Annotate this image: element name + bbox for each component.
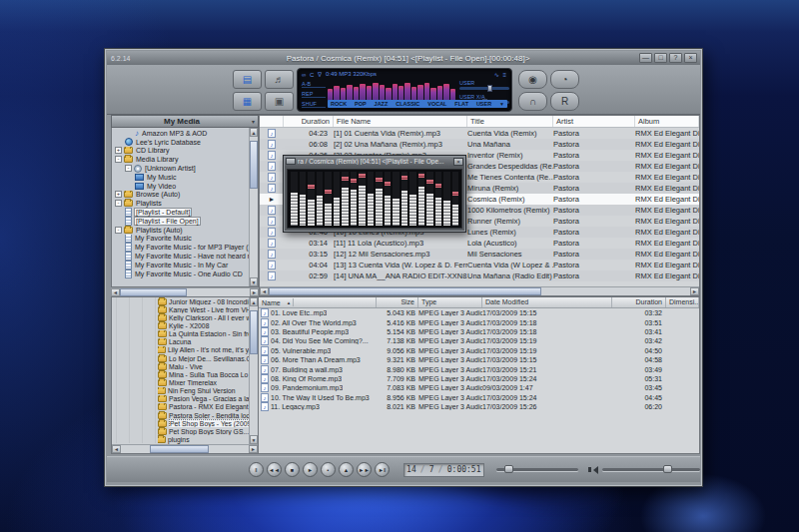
preset-pop[interactable]: POP (355, 101, 367, 107)
eject-button[interactable]: ▲ (339, 462, 354, 477)
file-column-header-name[interactable]: Name▴ (259, 297, 377, 307)
sidebar-item[interactable]: [Playlist - Default] (112, 208, 249, 217)
file-column-header-dimensi[interactable]: Dimensi... (666, 297, 699, 307)
equalizer-button[interactable]: ◉ (518, 70, 547, 89)
tree-expander-icon[interactable]: - (115, 156, 122, 163)
scroll-thumb[interactable] (150, 445, 208, 453)
sidebar-item[interactable]: -[Unknown Artist] (112, 164, 249, 173)
lcd-mode-label[interactable]: SHUF (302, 101, 326, 108)
track-row[interactable]: ♪04:23[1] 01 Cuenta Vida (Remix).mp3Cuen… (260, 128, 699, 139)
column-header-icon[interactable] (260, 116, 284, 127)
file-row[interactable]: ♪09. Pandemonium.mp37.083 KBMPEG Layer 3… (259, 383, 699, 392)
scroll-thumb[interactable] (269, 287, 541, 295)
headphone-button[interactable]: ∩ (518, 92, 547, 111)
folder-item[interactable]: Kylie - X2008 (158, 321, 249, 329)
playlist-hscrollbar[interactable]: ◄ ► (260, 286, 699, 295)
title-bar[interactable]: 6.2.14 Pastora / Cosmica (Remix) [04:51]… (107, 51, 700, 65)
fast-forward-button[interactable]: ►► (357, 462, 372, 477)
lcd-right-icons[interactable]: ∿ ≡ (477, 71, 507, 79)
preset-flat[interactable]: FLAT (454, 101, 468, 107)
folder-item[interactable]: Lo Mejor De... Sevillanas.Co... (158, 354, 249, 362)
maximize-button[interactable]: □ (654, 53, 667, 63)
sidebar-item[interactable]: My Favorite Music - Have not heard re... (112, 252, 249, 261)
folder-item[interactable]: Pastora Soler - Bendita loc... (158, 411, 249, 419)
seek-thumb[interactable] (504, 465, 513, 473)
sidebar-item[interactable]: -Playlists (Auto) (112, 226, 249, 235)
tree-expander-icon[interactable]: + (115, 191, 122, 198)
sidebar-item[interactable]: Lee's Lyric Database (112, 138, 249, 147)
tree-expander-icon[interactable]: - (125, 165, 132, 172)
volume-slider[interactable] (602, 468, 700, 471)
stop-button[interactable]: ■ (285, 462, 300, 477)
preset-jazz[interactable]: JAZZ (375, 101, 389, 107)
folder-item[interactable]: Pet Shop Boys Story GS... (158, 427, 249, 435)
folder-item[interactable]: Pet Shop Boys - Yes (2009... (158, 419, 249, 427)
timer-button[interactable]: ◔ (550, 70, 579, 89)
scroll-right-icon[interactable]: ► (690, 287, 699, 295)
file-column-header-type[interactable]: Type (418, 297, 482, 307)
sidebar-item[interactable]: My Video (112, 182, 249, 191)
media-header[interactable]: My Media ▾ (111, 115, 259, 128)
folder-item[interactable]: Pastora - RMX Ed Elegant D... (158, 403, 249, 411)
folder-item[interactable]: Lacuna (158, 338, 249, 346)
media-tree-vscrollbar[interactable]: ▲ ▼ (249, 128, 258, 286)
sidebar-item[interactable]: +CD Library (112, 147, 249, 156)
record-button[interactable]: R (550, 92, 579, 111)
scroll-down-icon[interactable]: ▼ (250, 435, 258, 444)
sidebar-item[interactable]: [Playlist - File Open] (112, 217, 249, 226)
minimize-button[interactable]: — (639, 53, 652, 63)
media-header-menu-icon[interactable]: ▾ (252, 118, 258, 125)
track-row[interactable]: ♪03:15[12] 12 Mil Sensaciones.mp3Mil Sen… (260, 249, 699, 260)
file-row[interactable]: ♪07. Building a wall.mp38.980 KBMPEG Lay… (259, 364, 699, 373)
file-row[interactable]: ♪04. Did You See Me Coming?...7.138 KBMP… (259, 336, 699, 345)
pause-button[interactable]: ‖ (249, 462, 264, 477)
spectrum-window-close-icon[interactable]: × (453, 158, 463, 166)
file-column-header-datemodified[interactable]: Date Modified (482, 297, 612, 307)
file-column-header-duration[interactable]: Duration (612, 297, 666, 307)
sidebar-item[interactable]: -Playlists (112, 199, 249, 208)
scroll-left-icon[interactable]: ◄ (112, 445, 121, 453)
play-button[interactable]: ► (303, 462, 318, 477)
tree-expander-icon[interactable]: + (115, 147, 122, 154)
folder-item[interactable]: +Lily Allen - It's not me, it's y... (158, 346, 249, 354)
scroll-right-icon[interactable]: ► (249, 445, 258, 453)
preset-vocal[interactable]: VOCAL (427, 101, 446, 107)
scroll-up-icon[interactable]: ▲ (250, 297, 258, 306)
file-row[interactable]: ♪05. Vulnerable.mp39.056 KBMPEG Layer 3 … (259, 346, 699, 355)
folder-item[interactable]: Junior Miguez - 08 Incondicional (158, 297, 249, 305)
rewind-button[interactable]: ◄◄ (267, 462, 282, 477)
media-center-button[interactable]: ▤ (233, 70, 262, 89)
folder-item[interactable]: Kanye West - Live from VH1 (158, 305, 249, 313)
column-header-Title[interactable]: Title (467, 116, 553, 127)
sidebar-item[interactable]: My Favorite Music - for MP3 Player (128.… (112, 243, 249, 252)
scroll-up-icon[interactable]: ▲ (250, 128, 258, 137)
folder-item[interactable]: +plugins (158, 435, 249, 443)
scroll-thumb[interactable] (120, 288, 187, 296)
spectrum-window[interactable]: ra / Cosmica (Remix) [04:51] <[Playlist … (283, 155, 466, 233)
file-row[interactable]: ♪01. Love Etc..mp35.043 KBMPEG Layer 3 A… (259, 308, 699, 317)
scroll-thumb[interactable] (250, 310, 258, 354)
folder-tree-vscrollbar[interactable]: ▲ ▼ (249, 297, 258, 444)
sidebar-item[interactable]: My Favorite Music - One Audio CD (112, 269, 249, 278)
folder-item[interactable]: +Nin Feng Shui Version (158, 387, 249, 395)
tree-expander-icon[interactable]: - (115, 200, 122, 207)
scroll-left-icon[interactable]: ◄ (111, 288, 120, 296)
folder-item[interactable]: Mixer Timerelax (158, 378, 249, 386)
remote-button[interactable]: ▣ (265, 92, 294, 111)
sidebar-item[interactable]: ♪Amazon MP3 & AOD (112, 129, 249, 138)
visualization-button[interactable]: ▦ (233, 92, 262, 111)
folder-item[interactable]: Mina - Sulla Tua Bocca Lo D... (158, 370, 249, 378)
file-column-header-size[interactable]: Size (377, 297, 418, 307)
file-row[interactable]: ♪02. All Over The World.mp35.416 KBMPEG … (259, 317, 699, 326)
file-row[interactable]: ♪10. The Way It Used To Be.mp38.956 KBMP… (259, 393, 699, 402)
file-row[interactable]: ♪08. King Of Rome.mp37.709 KBMPEG Layer … (259, 374, 699, 383)
column-header-Artist[interactable]: Artist (553, 116, 635, 127)
track-row[interactable]: ♪02:59[14] UNA MA__ANA RADIO EDIT-XXN8.m… (260, 270, 699, 281)
preset-user[interactable]: USER (476, 101, 491, 107)
lcd-mode-label[interactable]: A-B (302, 81, 326, 88)
record-button[interactable]: ▪ (321, 462, 336, 477)
sidebar-item[interactable]: -Media Library (112, 155, 249, 164)
preset-classic[interactable]: CLASSIC (396, 101, 419, 107)
folder-item[interactable]: La Quinta Estacion - Sin fre... (158, 330, 249, 338)
scroll-thumb[interactable] (250, 141, 258, 189)
